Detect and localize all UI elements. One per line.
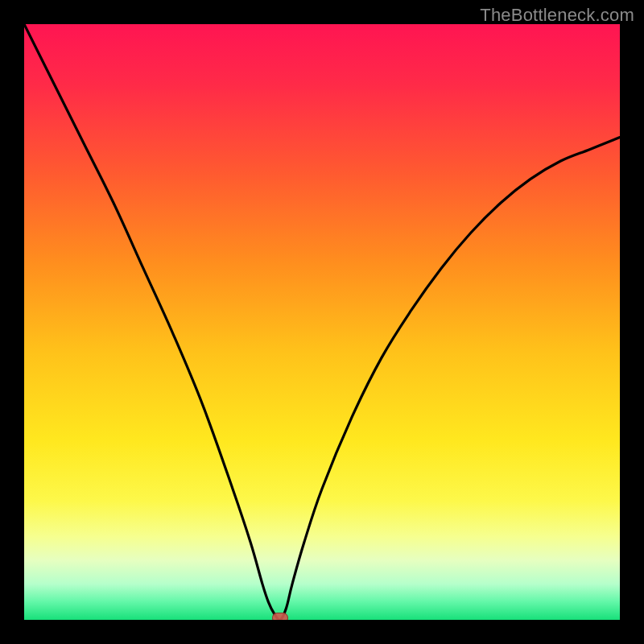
optimal-point-marker <box>272 613 288 620</box>
bottleneck-curve <box>24 24 620 620</box>
plot-area <box>24 24 620 620</box>
watermark-text: TheBottleneck.com <box>480 5 634 26</box>
outer-frame: TheBottleneck.com <box>0 0 644 644</box>
